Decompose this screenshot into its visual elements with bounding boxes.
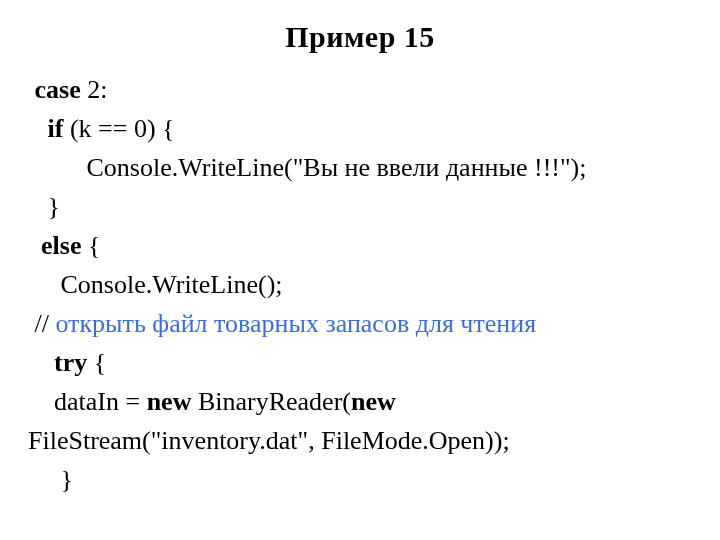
- line-11: }: [28, 465, 73, 494]
- keyword-case: case: [35, 75, 81, 104]
- code-block: case 2: if (k == 0) { Console.WriteLine(…: [28, 70, 692, 499]
- line-7-pre: //: [28, 309, 55, 338]
- line-6: Console.WriteLine();: [28, 270, 283, 299]
- line-8-indent: [28, 348, 54, 377]
- line-8-rest: {: [87, 348, 106, 377]
- keyword-if: if: [48, 114, 64, 143]
- line-4: }: [28, 192, 60, 221]
- line-1-rest: 2:: [81, 75, 108, 104]
- comment-text: открыть файл товарных запасов для чтения: [55, 309, 536, 338]
- slide: Пример 15 case 2: if (k == 0) { Console.…: [0, 0, 720, 519]
- keyword-else: else: [41, 231, 81, 260]
- line-5-indent: [28, 231, 41, 260]
- slide-title: Пример 15: [28, 20, 692, 54]
- keyword-new-2: new: [351, 387, 396, 416]
- keyword-try: try: [54, 348, 87, 377]
- line-2-indent: [28, 114, 48, 143]
- line-10: FileStream("inventory.dat", FileMode.Ope…: [28, 426, 510, 455]
- line-9-mid: BinaryReader(: [191, 387, 351, 416]
- line-5-rest: {: [81, 231, 100, 260]
- line-2-rest: (k == 0) {: [63, 114, 174, 143]
- line-3: Console.WriteLine("Вы не ввели данные !!…: [28, 153, 586, 182]
- keyword-new-1: new: [147, 387, 192, 416]
- line-9-pre: dataIn =: [28, 387, 147, 416]
